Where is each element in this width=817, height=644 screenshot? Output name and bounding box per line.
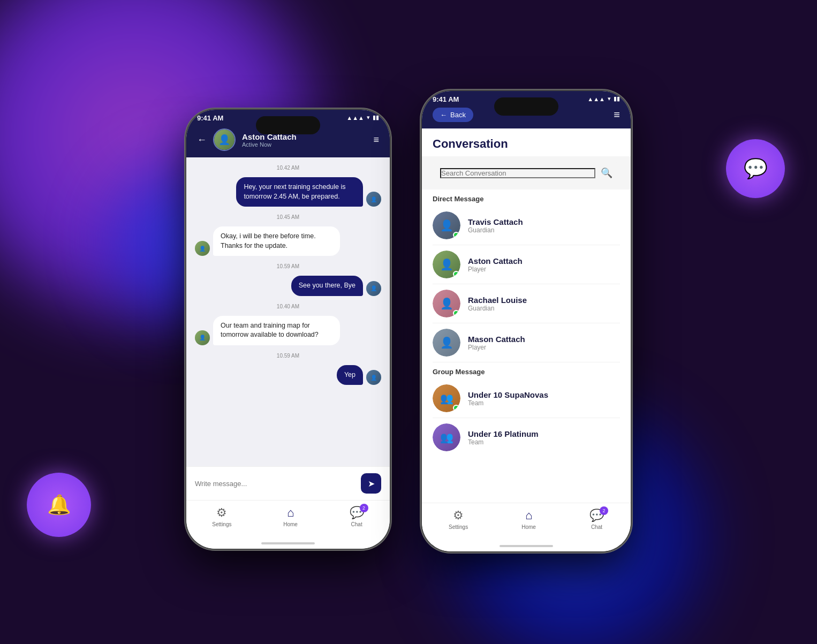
conv-item-travis[interactable]: 👤 Travis Cattach Guardian bbox=[422, 206, 631, 245]
nav-home-label-left: Home bbox=[283, 521, 298, 527]
message-input[interactable] bbox=[195, 480, 355, 488]
chat-user-status: Active Now bbox=[242, 141, 367, 148]
u10-role: Team bbox=[468, 399, 620, 407]
left-time: 9:41 AM bbox=[197, 114, 223, 122]
rachael-role: Guardian bbox=[468, 305, 620, 312]
msg-bubble-5: Yep bbox=[337, 365, 363, 385]
nav-chat-right[interactable]: 💬 2 Chat bbox=[589, 509, 604, 530]
right-status-icons: ▲▲▲ ▾ ▮▮ bbox=[587, 95, 620, 102]
right-phone-notch bbox=[494, 97, 558, 116]
conv-item-mason[interactable]: 👤 Mason Cattach Player bbox=[422, 323, 631, 362]
nav-chat-left[interactable]: 💬 2 Chat bbox=[350, 506, 364, 527]
nav-home-right[interactable]: ⌂ Home bbox=[521, 509, 536, 530]
chat-messages-area: 10.42 AM Hey, your next training schedul… bbox=[186, 157, 390, 466]
msg-row-5: Yep 👤 bbox=[195, 365, 381, 385]
travis-info: Travis Cattach Guardian bbox=[468, 217, 620, 234]
aston-info: Aston Cattach Player bbox=[468, 256, 620, 273]
u16-avatar: 👥 bbox=[433, 423, 460, 451]
mason-avatar-img: 👤 bbox=[433, 329, 460, 357]
group-message-label: Group Message bbox=[422, 362, 631, 379]
conv-item-u10[interactable]: 👥 Under 10 SupaNovas Team bbox=[422, 379, 631, 418]
chat-input-bar: ➤ bbox=[186, 466, 390, 500]
msg-row-2: 👤 Okay, i will be there before time. Tha… bbox=[195, 226, 381, 256]
mason-name: Mason Cattach bbox=[468, 335, 620, 344]
search-bar[interactable]: 🔍 bbox=[433, 162, 620, 184]
conv-item-rachael[interactable]: 👤 Rachael Louise Guardian bbox=[422, 284, 631, 323]
aston-role: Player bbox=[468, 266, 620, 273]
travis-online-dot bbox=[453, 232, 459, 238]
home-icon-right: ⌂ bbox=[525, 509, 532, 522]
msg-row-3: See you there, Bye 👤 bbox=[195, 276, 381, 296]
rachael-online-dot bbox=[453, 310, 459, 316]
conversation-list: Direct Message 👤 Travis Cattach Guardian… bbox=[422, 190, 631, 503]
chat-icon-left: 💬 2 bbox=[350, 506, 364, 520]
conv-title: Conversation bbox=[433, 137, 620, 151]
msg-avatar-recv-4: 👤 bbox=[195, 330, 210, 345]
left-phone-screen: 9:41 AM ▲▲▲ ▾ ▮▮ ← 👤 Aston Cattach Activ… bbox=[186, 110, 390, 549]
search-input[interactable] bbox=[440, 168, 595, 178]
u16-avatar-img: 👥 bbox=[433, 423, 460, 451]
left-phone-notch bbox=[256, 116, 320, 134]
msg-avatar-sent-3: 👤 bbox=[366, 281, 381, 296]
back-label: Back bbox=[450, 111, 466, 119]
left-bottom-nav: ⚙ Settings ⌂ Home 💬 2 Chat bbox=[186, 500, 390, 538]
search-icon: 🔍 bbox=[601, 167, 612, 179]
chat-icon-right: 💬 2 bbox=[589, 509, 604, 522]
right-phone-screen: 9:41 AM ▲▲▲ ▾ ▮▮ ← Back ≡ Conversation bbox=[422, 91, 631, 551]
bell-icon: 🔔 bbox=[47, 494, 71, 516]
mason-role: Player bbox=[468, 344, 620, 351]
right-bottom-nav: ⚙ Settings ⌂ Home 💬 2 Chat bbox=[422, 503, 631, 541]
chat-menu-icon[interactable]: ≡ bbox=[373, 134, 379, 146]
nav-settings-label-right: Settings bbox=[449, 524, 468, 530]
travis-role: Guardian bbox=[468, 226, 620, 234]
nav-settings-left[interactable]: ⚙ Settings bbox=[212, 506, 231, 527]
travis-avatar: 👤 bbox=[433, 211, 460, 239]
left-home-bar bbox=[261, 542, 315, 544]
msg-avatar-recv-2: 👤 bbox=[195, 241, 210, 256]
nav-home-left[interactable]: ⌂ Home bbox=[283, 506, 298, 527]
left-status-icons: ▲▲▲ ▾ ▮▮ bbox=[346, 114, 379, 121]
msg-bubble-4: Our team and training map for tomorrow a… bbox=[213, 316, 340, 345]
chat-badge-left: 2 bbox=[360, 504, 368, 512]
left-phone: 9:41 AM ▲▲▲ ▾ ▮▮ ← 👤 Aston Cattach Activ… bbox=[186, 110, 390, 549]
nav-home-label-right: Home bbox=[521, 524, 536, 530]
chat-contact-avatar: 👤 bbox=[213, 128, 236, 151]
u10-avatar: 👥 bbox=[433, 384, 460, 412]
direct-message-label: Direct Message bbox=[422, 190, 631, 206]
msg-time-5: 10.59 AM bbox=[195, 353, 381, 359]
msg-row-4: 👤 Our team and training map for tomorrow… bbox=[195, 316, 381, 345]
rachael-avatar: 👤 bbox=[433, 290, 460, 317]
send-button[interactable]: ➤ bbox=[361, 473, 381, 494]
msg-bubble-2: Okay, i will be there before time. Thank… bbox=[213, 226, 340, 256]
chat-back-arrow[interactable]: ← bbox=[197, 134, 207, 146]
msg-bubble-3: See you there, Bye bbox=[291, 276, 363, 296]
rachael-name: Rachael Louise bbox=[468, 296, 620, 305]
msg-time-4: 10.40 AM bbox=[195, 304, 381, 309]
aston-avatar: 👤 bbox=[433, 251, 460, 278]
nav-settings-right[interactable]: ⚙ Settings bbox=[449, 509, 468, 530]
right-home-bar bbox=[500, 545, 553, 547]
msg-avatar-sent-1: 👤 bbox=[366, 192, 381, 207]
u10-info: Under 10 SupaNovas Team bbox=[468, 390, 620, 407]
conv-item-aston[interactable]: 👤 Aston Cattach Player bbox=[422, 245, 631, 284]
rachael-info: Rachael Louise Guardian bbox=[468, 296, 620, 312]
right-menu-icon[interactable]: ≡ bbox=[614, 109, 620, 121]
back-button[interactable]: ← Back bbox=[433, 108, 473, 122]
u16-info: Under 16 Platinum Team bbox=[468, 429, 620, 446]
left-home-indicator bbox=[186, 538, 390, 549]
floating-chat-circle: 💬 bbox=[726, 139, 785, 198]
settings-icon-right: ⚙ bbox=[453, 509, 464, 522]
travis-name: Travis Cattach bbox=[468, 217, 620, 226]
mason-avatar: 👤 bbox=[433, 329, 460, 357]
chat-badge-right: 2 bbox=[600, 506, 608, 515]
u16-role: Team bbox=[468, 438, 620, 446]
conv-item-u16[interactable]: 👥 Under 16 Platinum Team bbox=[422, 418, 631, 457]
conv-title-bar: Conversation bbox=[422, 128, 631, 156]
msg-row-1: Hey, your next training schedule is tomo… bbox=[195, 177, 381, 207]
back-arrow-icon: ← bbox=[440, 111, 447, 119]
aston-name: Aston Cattach bbox=[468, 256, 620, 266]
mason-info: Mason Cattach Player bbox=[468, 335, 620, 351]
msg-bubble-1: Hey, your next training schedule is tomo… bbox=[236, 177, 363, 207]
msg-time-3: 10.59 AM bbox=[195, 263, 381, 269]
nav-settings-label-left: Settings bbox=[212, 521, 231, 527]
